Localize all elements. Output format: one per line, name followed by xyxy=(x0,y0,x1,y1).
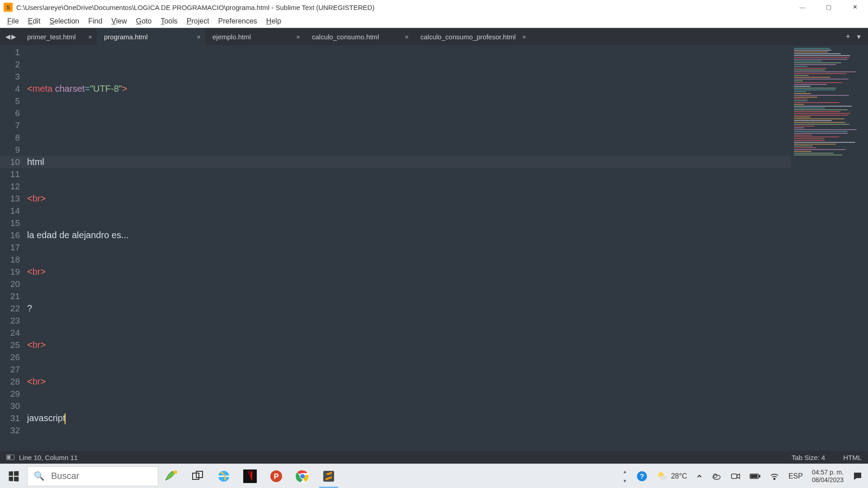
menu-goto[interactable]: Goto xyxy=(132,15,156,27)
tab-calculo-consumo-profesor[interactable]: calculo_consumo_profesor.html × xyxy=(413,28,531,45)
svg-rect-19 xyxy=(751,475,757,478)
language-indicator: ESP xyxy=(788,472,803,480)
start-button[interactable] xyxy=(0,464,27,488)
close-icon[interactable]: × xyxy=(197,33,201,41)
svg-rect-18 xyxy=(759,475,760,477)
tab-label: primer_test.html xyxy=(27,33,76,41)
tray-wifi-icon[interactable] xyxy=(768,471,781,481)
svg-point-8 xyxy=(300,474,305,479)
svg-point-20 xyxy=(774,478,775,479)
tab-ejemplo[interactable]: ejemplo.html × xyxy=(205,28,305,45)
windows-taskbar: 🔍 Buscar P ▲▼ ? 28°C xyxy=(0,464,868,488)
search-icon: 🔍 xyxy=(34,471,45,481)
menu-help[interactable]: Help xyxy=(262,15,286,27)
status-syntax[interactable]: HTML xyxy=(843,454,862,461)
app-icon: S xyxy=(4,3,13,12)
svg-text:P: P xyxy=(274,473,279,480)
tray-language[interactable]: ESP xyxy=(787,472,805,480)
status-bar: Line 10, Column 11 Tab Size: 4 HTML xyxy=(0,451,868,464)
menu-tools[interactable]: Tools xyxy=(156,15,182,27)
svg-rect-9 xyxy=(323,471,334,482)
close-button[interactable]: ✕ xyxy=(842,0,868,14)
status-position: Line 10, Column 11 xyxy=(19,454,78,461)
maximize-button[interactable]: ▢ xyxy=(816,0,842,14)
taskbar-chrome-icon[interactable] xyxy=(289,464,316,488)
tray-chevron-icon[interactable] xyxy=(694,473,704,479)
gutter: 1234567891011121314151617181920212223242… xyxy=(0,45,27,451)
system-tray: ▲▼ ? 28°C ESP 04:57 p. m.08/04/2023 xyxy=(620,464,868,488)
tray-meet-now-icon[interactable] xyxy=(729,471,742,481)
tab-programa[interactable]: programa.html × xyxy=(97,28,205,45)
new-tab-icon[interactable]: + xyxy=(846,32,851,42)
tab-dropdown-icon[interactable]: ▼ xyxy=(856,33,862,40)
tab-label: calculo_consumo.html xyxy=(312,33,379,41)
taskbar-netflix-icon[interactable] xyxy=(237,464,263,488)
tab-nav-back-icon[interactable]: ◀ xyxy=(5,33,10,40)
taskbar-paint-icon[interactable] xyxy=(158,464,184,488)
minimize-button[interactable]: — xyxy=(789,0,816,14)
close-icon[interactable]: × xyxy=(88,33,92,41)
tab-nav-arrows: ◀ ▶ xyxy=(2,28,20,45)
svg-point-0 xyxy=(174,470,177,474)
menu-file[interactable]: File xyxy=(3,15,24,27)
tray-weather[interactable]: 28°C xyxy=(655,470,689,482)
panel-switcher-icon[interactable] xyxy=(6,455,14,460)
tray-clock[interactable]: 04:57 p. m.08/04/2023 xyxy=(810,469,845,484)
svg-point-13 xyxy=(660,475,667,480)
editor[interactable]: 1234567891011121314151617181920212223242… xyxy=(0,45,868,451)
tab-actions: + ▼ xyxy=(846,28,868,45)
code-area[interactable]: <meta charset="UTF-8"> html <br> la edad… xyxy=(27,45,791,451)
minimap[interactable] xyxy=(791,45,868,451)
clock-date: 08/04/2023 xyxy=(812,476,844,483)
window-controls: — ▢ ✕ xyxy=(789,0,868,14)
menu-edit[interactable]: Edit xyxy=(24,15,45,27)
tab-calculo-consumo[interactable]: calculo_consumo.html × xyxy=(305,28,413,45)
code-text: la edad de alejandro es... xyxy=(27,230,129,240)
close-icon[interactable]: × xyxy=(405,33,409,41)
tab-bar: ◀ ▶ primer_test.html × programa.html × e… xyxy=(0,28,868,45)
taskbar-pinned: P xyxy=(158,464,342,488)
taskbar-powerpoint-icon[interactable]: P xyxy=(263,464,289,488)
tab-nav-forward-icon[interactable]: ▶ xyxy=(11,33,16,40)
code-text: ? xyxy=(27,303,32,313)
code-text: html xyxy=(27,157,44,167)
windows-logo-icon xyxy=(9,471,19,481)
tray-notifications-icon[interactable] xyxy=(851,471,864,481)
tray-help-icon[interactable]: ? xyxy=(635,471,649,482)
text-cursor xyxy=(65,413,66,424)
menu-view[interactable]: View xyxy=(107,15,131,27)
close-icon[interactable]: × xyxy=(522,33,526,41)
clock-time: 04:57 p. m. xyxy=(812,469,844,476)
tray-battery-icon[interactable] xyxy=(748,473,762,479)
menu-preferences[interactable]: Preferences xyxy=(214,15,262,27)
menu-project[interactable]: Project xyxy=(182,15,214,27)
tab-primer-test[interactable]: primer_test.html × xyxy=(20,28,97,45)
menu-bar: File Edit Selection Find View Goto Tools… xyxy=(0,14,868,28)
tab-label: ejemplo.html xyxy=(212,33,251,41)
search-placeholder: Buscar xyxy=(51,471,79,481)
taskbar-taskview-icon[interactable] xyxy=(184,464,211,488)
tray-onedrive-icon[interactable] xyxy=(710,471,723,481)
taskbar-sublime-icon[interactable] xyxy=(316,464,342,488)
tab-label: calculo_consumo_profesor.html xyxy=(420,33,516,41)
window-titlebar: S C:\Users\areye\OneDrive\Documentos\LOG… xyxy=(0,0,868,14)
taskbar-ie-icon[interactable] xyxy=(211,464,237,488)
svg-rect-16 xyxy=(731,474,737,479)
close-icon[interactable]: × xyxy=(296,33,300,41)
menu-find[interactable]: Find xyxy=(84,15,107,27)
svg-text:?: ? xyxy=(640,472,644,480)
code-text: javascript xyxy=(27,413,65,423)
weather-temp: 28°C xyxy=(671,472,687,480)
scroll-buttons[interactable]: ▲▼ xyxy=(620,467,629,485)
string-literal: "UTF-8" xyxy=(90,84,122,94)
status-tabsize[interactable]: Tab Size: 4 xyxy=(792,454,825,461)
window-title: C:\Users\areye\OneDrive\Documentos\LOGIC… xyxy=(16,4,789,11)
taskbar-search[interactable]: 🔍 Buscar xyxy=(27,466,158,486)
menu-selection[interactable]: Selection xyxy=(45,15,84,27)
tab-label: programa.html xyxy=(104,33,148,41)
